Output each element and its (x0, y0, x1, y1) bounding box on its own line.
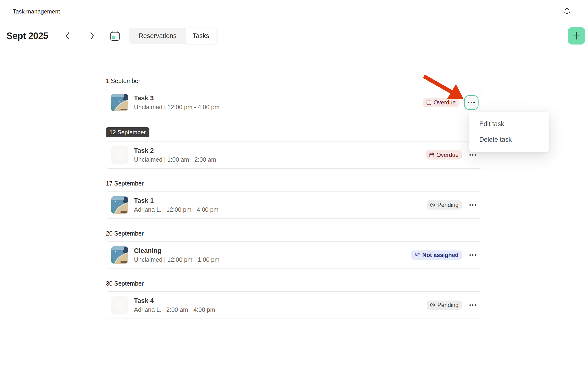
user-x-icon (414, 252, 420, 258)
status-badge-label: Pending (437, 302, 459, 308)
task-management-page: Task management Sept 2025 (0, 0, 588, 371)
task-menu-button[interactable] (467, 299, 479, 311)
clock-icon (430, 202, 435, 208)
menu-item-delete-task[interactable]: Delete task (469, 134, 549, 146)
task-thumbnail-image (111, 94, 128, 111)
status-badge-label: Overdue (433, 99, 456, 106)
plus-icon (572, 32, 580, 40)
task-subtitle: Adriana L. | 2:00 am - 4:00 pm (134, 306, 215, 313)
group-date-label: 20 September (106, 230, 483, 237)
notifications-button[interactable] (563, 7, 571, 16)
task-thumbnail-image (111, 196, 128, 214)
group-date-label: 30 September (106, 280, 483, 287)
task-title: Task 4 (134, 297, 215, 305)
task-card-task-2[interactable]: Task 2 Unclaimed | 1:00 am - 2:00 am (106, 141, 483, 169)
status-badge-overdue: Overdue (426, 150, 462, 159)
task-card-task-1[interactable]: Task 1 Adriana L. | 12:00 pm - 4:00 pm P… (106, 191, 483, 219)
task-subtitle: Unclaimed | 1:00 am - 2:00 am (134, 156, 216, 163)
group-date-pill: 12 September (106, 127, 149, 137)
task-card-cleaning[interactable]: Cleaning Unclaimed | 12:00 pm - 1:00 pm (106, 241, 483, 269)
app-header: Task management (0, 0, 588, 23)
month-label: Sept 2025 (7, 31, 55, 41)
next-month-button[interactable] (85, 29, 99, 43)
task-card-task-3[interactable]: Task 3 Unclaimed | 12:00 pm - 4:00 pm (106, 89, 483, 116)
group-date-label: 17 September (106, 180, 483, 187)
calendar-picker-button[interactable] (109, 30, 121, 42)
task-group-17-september: 17 September Task (106, 180, 483, 219)
status-badge-overdue: Overdue (423, 98, 459, 107)
chevron-left-icon (65, 32, 70, 40)
task-group-20-september: 20 September Clea (106, 230, 483, 269)
task-menu-button[interactable] (467, 199, 479, 211)
status-badge-label: Not assigned (422, 252, 459, 258)
tab-reservations[interactable]: Reservations (130, 29, 185, 43)
task-group-30-september: 30 September Task 4 Adriana L. | 2:00 am… (106, 280, 483, 319)
task-title: Cleaning (134, 247, 220, 254)
task-title: Task 1 (134, 197, 219, 204)
calendar-badge-icon (426, 100, 431, 105)
task-group-1-september: 1 September Task (106, 77, 483, 116)
tab-tasks[interactable]: Tasks (185, 28, 217, 44)
task-card-task-4[interactable]: Task 4 Adriana L. | 2:00 am - 4:00 pm Pe… (106, 291, 483, 319)
task-group-12-september: 12 September Task 2 Unclaimed | 1:00 am … (106, 127, 483, 169)
task-title: Task 2 (134, 147, 216, 154)
task-subtitle: Unclaimed | 12:00 pm - 1:00 pm (134, 256, 220, 263)
status-badge-not-assigned: Not assigned (411, 250, 462, 260)
status-badge-label: Pending (437, 202, 459, 208)
task-thumbnail-image (111, 246, 128, 264)
group-date-label: 1 September (106, 77, 483, 85)
context-menu: Edit task Delete task (469, 112, 549, 152)
view-tabs: Reservations Tasks (129, 28, 218, 44)
task-title: Task 3 (134, 95, 220, 102)
task-menu-button-active[interactable] (464, 95, 479, 110)
prev-month-button[interactable] (60, 29, 75, 43)
clock-icon (430, 302, 435, 308)
task-subtitle: Adriana L. | 12:00 pm - 4:00 pm (134, 206, 219, 213)
task-list: 1 September Task (0, 49, 483, 319)
page-title: Task management (13, 8, 60, 15)
add-task-button[interactable] (568, 27, 585, 44)
menu-item-edit-task[interactable]: Edit task (469, 118, 549, 130)
calendar-icon (109, 30, 121, 42)
status-badge-pending: Pending (427, 300, 462, 310)
task-menu-button[interactable] (467, 249, 479, 261)
task-subtitle: Unclaimed | 12:00 pm - 4:00 pm (134, 104, 220, 111)
chevron-right-icon (90, 32, 95, 40)
task-thumbnail-placeholder (111, 297, 128, 314)
bell-icon (563, 7, 571, 16)
toolbar: Sept 2025 Reservations Tasks (0, 23, 588, 49)
status-badge-pending: Pending (427, 201, 462, 210)
status-badge-label: Overdue (436, 152, 459, 158)
task-thumbnail-placeholder (111, 146, 128, 164)
calendar-badge-icon (429, 152, 434, 158)
